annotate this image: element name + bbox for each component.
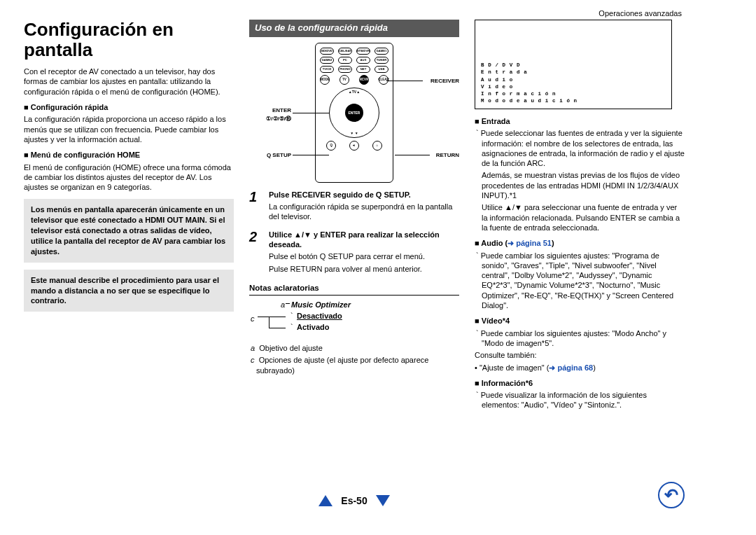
video-heading: Vídeo*4 xyxy=(475,316,685,326)
diagram-label-a: a xyxy=(281,300,285,310)
tip-box-2: Este manual describe el procedimiento pa… xyxy=(24,270,234,312)
diagram-label-c: c xyxy=(251,314,255,324)
osd-line-6: M o d o d e a u d i c i ó n xyxy=(481,97,578,104)
label-arrows: ①/②/⑤/⑯ xyxy=(249,116,291,123)
page-columns: Configuración en pantalla Con el recepto… xyxy=(24,20,685,412)
quick-config-text: La configuración rápida proporciona un a… xyxy=(24,114,234,144)
entrada-p1: ` Puede seleccionar las fuentes de entra… xyxy=(475,128,685,168)
step-1-text: La configuración rápida se superpondrá e… xyxy=(269,202,459,222)
osd-line-4: V í d e o xyxy=(481,83,578,90)
header-section: Operaciones avanzadas xyxy=(598,8,682,18)
page-number: Es-50 xyxy=(341,494,367,507)
step-2-text-2: Pulse RETURN para volver al menú anterio… xyxy=(269,264,459,274)
note-a-text: a Objetivo del ajuste xyxy=(249,343,459,353)
step-2: 2 Utilice ▲/▼ y ENTER para realizar la s… xyxy=(249,230,459,276)
page-footer: Es-50 xyxy=(0,494,708,507)
video-bullet: • "Ajuste de imagen" (página 68) xyxy=(475,363,685,373)
notes-heading: Notas aclaratorias xyxy=(249,283,459,296)
section-bar-quick: Uso de la configuración rápida xyxy=(249,20,459,37)
audio-page-link[interactable]: página 51 xyxy=(507,239,552,247)
step-1-lead: Pulse RECEIVER seguido de Q SETUP. xyxy=(269,190,459,200)
entrada-heading: Entrada xyxy=(475,116,685,126)
osd-line-3: A u d i o xyxy=(481,76,578,83)
next-page-icon[interactable] xyxy=(376,495,390,506)
label-enter: ENTER xyxy=(249,107,291,114)
step-2-number: 2 xyxy=(249,230,262,276)
step-2-text-1: Pulse el botón Q SETUP para cerrar el me… xyxy=(269,251,459,261)
remote-diagram-wrap: BD/DVDCBL/SATSTB/DVRGAME1 GAME2PCAUXTUNE… xyxy=(249,43,459,183)
quick-config-heading: Configuración rápida xyxy=(24,102,234,112)
diagram-opt-2: Activado xyxy=(297,322,329,332)
entrada-p3: Utilice ▲/▼ para seleccionar una fuente … xyxy=(475,202,685,232)
label-qsetup: Q SETUP xyxy=(249,152,291,159)
note-c-text: c Opciones de ajuste (el ajuste por defe… xyxy=(249,355,459,375)
notes-diagram: a Music Optimizer c ` ` Desactivado Acti… xyxy=(249,300,459,339)
tip-box-1: Los menús en pantalla aparecerán únicame… xyxy=(24,199,234,262)
intro-text: Con el receptor de AV conectado a un tel… xyxy=(24,67,234,97)
diagram-opt-1: Desactivado xyxy=(297,311,342,321)
page-title: Configuración en pantalla xyxy=(24,20,234,60)
col-middle: Uso de la configuración rápida BD/DVDCBL… xyxy=(249,20,459,412)
col-left: Configuración en pantalla Con el recepto… xyxy=(24,20,234,412)
osd-line-5: I n f o r m a c i ó n xyxy=(481,90,578,97)
osd-preview: B D / D V D E n t r a d a A u d i o V í … xyxy=(475,20,672,109)
step-1: 1 Pulse RECEIVER seguido de Q SETUP. La … xyxy=(249,190,459,224)
entrada-p2: Además, se muestran vistas previas de lo… xyxy=(475,170,685,200)
return-icon[interactable]: ↶ xyxy=(658,482,685,508)
step-2-lead: Utilice ▲/▼ y ENTER para realizar la sel… xyxy=(269,230,459,250)
diagram-title: Music Optimizer xyxy=(291,300,351,310)
audio-p: ` Puede cambiar los siguientes ajustes: … xyxy=(475,251,685,311)
label-receiver: RECEIVER xyxy=(430,78,459,85)
audio-heading: Audio (página 51) xyxy=(475,238,685,248)
osd-line-1: B D / D V D xyxy=(481,62,578,69)
col-right: B D / D V D E n t r a d a A u d i o V í … xyxy=(475,20,685,412)
home-config-text: El menú de configuración (HOME) ofrece u… xyxy=(24,162,234,193)
home-config-heading: Menú de configuración HOME xyxy=(24,150,234,160)
step-1-number: 1 xyxy=(249,190,262,224)
video-p2: Consulte también: xyxy=(475,350,685,360)
video-page-link[interactable]: página 68 xyxy=(549,363,593,372)
info-heading: Información*6 xyxy=(475,378,685,388)
video-p1: ` Puede cambiar los siguientes ajustes: … xyxy=(475,328,685,349)
osd-line-2: E n t r a d a xyxy=(481,69,578,76)
label-return: RETURN xyxy=(436,152,459,159)
prev-page-icon[interactable] xyxy=(318,495,332,506)
info-p: ` Puede visualizar la información de los… xyxy=(475,390,685,410)
